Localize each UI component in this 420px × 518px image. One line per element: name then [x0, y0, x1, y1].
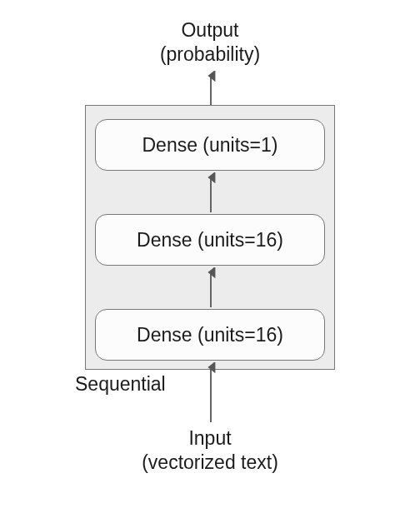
model-label: Sequential: [75, 373, 166, 396]
output-label: Output (probability): [0, 18, 420, 67]
diagram-canvas: Output (probability) Dense (units=1) Den…: [0, 0, 420, 518]
dense-layer-3: Dense (units=1): [95, 119, 325, 171]
arrow-up-icon: [206, 71, 216, 107]
layer-text: Dense (units=1): [142, 134, 278, 157]
input-line1: Input: [188, 427, 231, 449]
layer-text: Dense (units=16): [137, 324, 283, 346]
output-line2: (probability): [160, 43, 260, 65]
layer-text: Dense (units=16): [137, 229, 283, 252]
output-line1: Output: [181, 19, 238, 41]
input-line2: (vectorized text): [142, 451, 278, 473]
arrow-up-icon: [206, 362, 216, 422]
dense-layer-2: Dense (units=16): [95, 214, 325, 266]
dense-layer-1: Dense (units=16): [95, 309, 325, 361]
input-label: Input (vectorized text): [0, 426, 420, 475]
